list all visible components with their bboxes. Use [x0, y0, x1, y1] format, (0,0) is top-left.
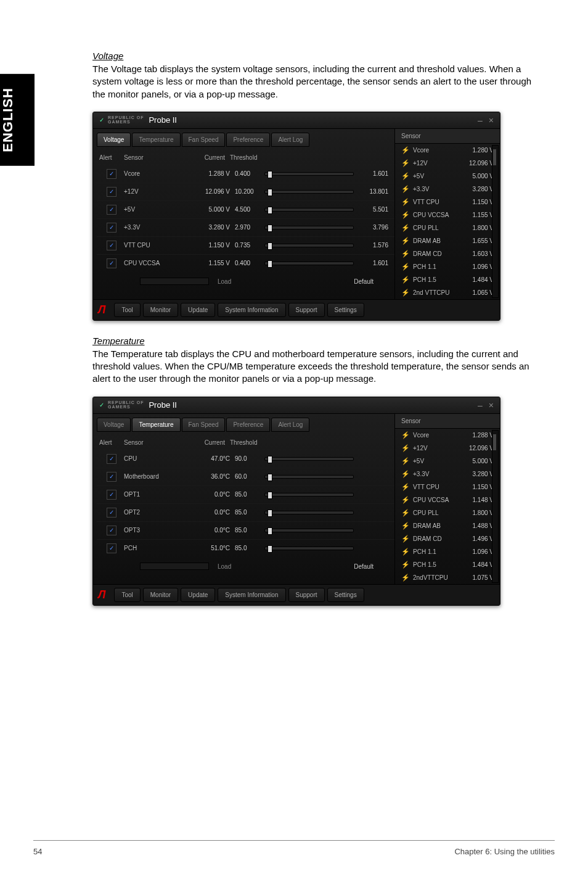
page-number: 54	[33, 847, 42, 856]
tab-temperature[interactable]: Temperature	[132, 133, 180, 147]
threshold-slider[interactable]	[264, 493, 354, 497]
bolt-icon: ⚡	[401, 159, 410, 167]
alert-checkbox[interactable]: ✓	[107, 187, 116, 197]
sensor-list-value: 1.800 V	[473, 510, 494, 516]
footer-tool-button[interactable]: Tool	[114, 588, 140, 602]
tab-temperature[interactable]: Temperature	[132, 418, 180, 432]
sensor-list-item: ⚡2ndVTTCPU1.075 V	[395, 571, 500, 584]
default-button[interactable]: Default	[343, 561, 385, 572]
tab-voltage[interactable]: Voltage	[97, 418, 131, 432]
alert-checkbox[interactable]: ✓	[107, 223, 116, 233]
threshold-slider[interactable]	[264, 226, 354, 229]
sensor-list-item: ⚡DRAM AB1.655 V	[395, 234, 500, 247]
threshold-value: 85.0	[235, 491, 261, 498]
sensor-list-item: ⚡PCH 1.11.096 V	[395, 545, 500, 558]
footer-support-button[interactable]: Support	[288, 303, 325, 317]
sensor-list-name: PCH 1.1	[413, 548, 473, 555]
sensor-list-value: 3.280 V	[473, 471, 494, 477]
bolt-icon: ⚡	[401, 483, 410, 491]
sensor-list-name: DRAM AB	[413, 237, 473, 244]
check-icon: ✓	[99, 117, 104, 123]
threshold-slider[interactable]	[264, 475, 354, 479]
sensor-list-item: ⚡+3.3V3.280 V	[395, 468, 500, 481]
alert-checkbox[interactable]: ✓	[107, 258, 116, 268]
tab-preference[interactable]: Preference	[226, 133, 270, 147]
footer-settings-button[interactable]: Settings	[327, 303, 364, 317]
scrollbar[interactable]	[492, 430, 499, 583]
threshold-slider[interactable]	[264, 172, 354, 176]
sensor-list-item: ⚡PCH 1.11.096 V	[395, 260, 500, 273]
alert-checkbox[interactable]: ✓	[107, 454, 116, 464]
threshold-slider[interactable]	[264, 529, 354, 532]
footer-tool-button[interactable]: Tool	[114, 303, 140, 317]
bolt-icon: ⚡	[401, 470, 410, 478]
tab-preference[interactable]: Preference	[226, 418, 270, 432]
sensor-list-value: 12.096 V	[469, 445, 494, 452]
alert-checkbox[interactable]: ✓	[107, 526, 116, 535]
footer-system-information-button[interactable]: System Information	[218, 588, 285, 602]
tab-fan-speed[interactable]: Fan Speed	[182, 418, 226, 432]
tab-fan-speed[interactable]: Fan Speed	[182, 133, 226, 147]
tab-voltage[interactable]: Voltage	[97, 133, 131, 147]
sensor-list-value: 1.096 V	[473, 548, 494, 555]
footer-monitor-button[interactable]: Monitor	[143, 303, 178, 317]
default-button[interactable]: Default	[343, 276, 385, 287]
alert-checkbox[interactable]: ✓	[107, 490, 116, 500]
load-label: Load	[218, 563, 231, 570]
alert-checkbox[interactable]: ✓	[107, 472, 116, 482]
current-value: 12.096 V	[186, 188, 235, 195]
alert-checkbox[interactable]: ✓	[107, 543, 116, 553]
threshold-value: 4.500	[235, 206, 261, 213]
col-alert: Alert	[99, 439, 124, 446]
sensor-list-item: ⚡+5V5.000 V	[395, 455, 500, 468]
sensor-row: ✓+12V12.096 V10.20013.801	[97, 183, 394, 200]
bolt-icon: ⚡	[401, 496, 410, 504]
footer-support-button[interactable]: Support	[288, 588, 325, 602]
threshold-value: 85.0	[235, 545, 261, 551]
close-icon[interactable]: ×	[489, 400, 494, 410]
bolt-icon: ⚡	[401, 444, 410, 452]
threshold-slider[interactable]	[264, 190, 354, 194]
bolt-icon: ⚡	[401, 198, 410, 206]
chapter-label: Chapter 6: Using the utilities	[454, 847, 555, 856]
sensor-list-item: ⚡DRAM CD1.496 V	[395, 532, 500, 545]
bolt-icon: ⚡	[401, 211, 410, 219]
close-icon[interactable]: ×	[489, 115, 494, 125]
sensor-list-name: 2ndVTTCPU	[413, 574, 473, 581]
window-title: Probe II	[149, 115, 177, 125]
threshold-slider[interactable]	[264, 511, 354, 514]
sensor-list-name: Vcore	[413, 147, 473, 154]
threshold-slider[interactable]	[264, 547, 354, 550]
sensor-list-name: CPU VCCSA	[413, 497, 473, 503]
tab-alert-log[interactable]: Alert Log	[271, 133, 309, 147]
col-threshold: Threshold	[230, 439, 357, 446]
threshold-slider[interactable]	[264, 244, 354, 247]
alert-checkbox[interactable]: ✓	[107, 241, 116, 250]
footer-update-button[interactable]: Update	[181, 588, 215, 602]
sensor-list-name: +5V	[413, 173, 473, 179]
alert-checkbox[interactable]: ✓	[107, 508, 116, 518]
col-alert: Alert	[99, 154, 124, 161]
sensor-list-value: 1.150 V	[473, 199, 494, 205]
minimize-icon[interactable]: –	[478, 400, 483, 410]
threshold-slider[interactable]	[264, 208, 354, 212]
tab-alert-log[interactable]: Alert Log	[271, 418, 309, 432]
threshold-slider[interactable]	[264, 457, 354, 461]
footer-system-information-button[interactable]: System Information	[218, 303, 285, 317]
window-title: Probe II	[149, 400, 177, 410]
threshold-slider[interactable]	[264, 262, 354, 265]
bolt-icon: ⚡	[401, 457, 410, 465]
footer-settings-button[interactable]: Settings	[327, 588, 364, 602]
sensor-row: ✓VTT CPU1.150 V0.7351.576	[97, 236, 394, 254]
current-value: 1.150 V	[186, 242, 235, 249]
sensor-list-item: ⚡VTT CPU1.150 V	[395, 481, 500, 493]
footer-monitor-button[interactable]: Monitor	[143, 588, 178, 602]
sensor-row: ✓PCH51.0°C85.0	[97, 539, 394, 557]
minimize-icon[interactable]: –	[478, 115, 483, 125]
scrollbar[interactable]	[492, 145, 499, 298]
threshold-value: 0.400	[235, 260, 261, 266]
sensor-name: OPT1	[124, 491, 186, 498]
alert-checkbox[interactable]: ✓	[107, 169, 116, 179]
footer-update-button[interactable]: Update	[181, 303, 215, 317]
alert-checkbox[interactable]: ✓	[107, 205, 116, 215]
